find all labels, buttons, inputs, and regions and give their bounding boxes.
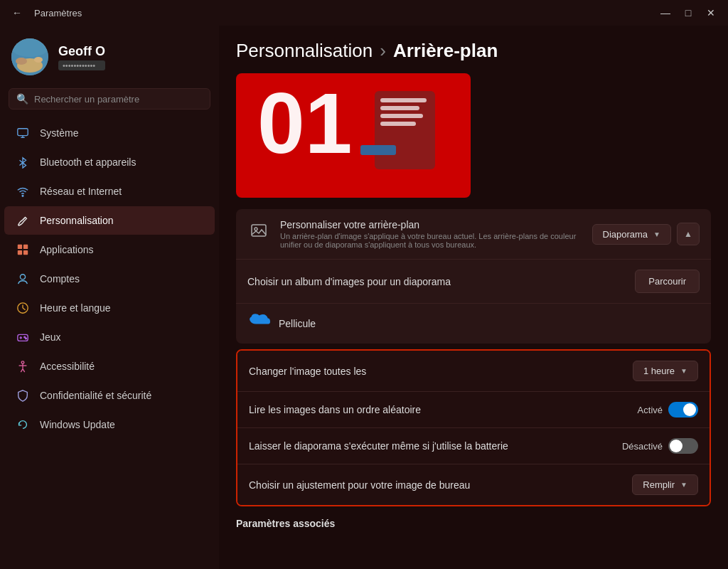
svg-rect-10 (18, 245, 22, 249)
breadcrumb-sep: › (380, 40, 386, 62)
wp-line-2 (380, 106, 419, 110)
sidebar-label-windows-update: Windows Update (40, 419, 115, 430)
personnaliser-desc: Un arrière-plan d'image s'applique à vot… (280, 232, 586, 249)
svg-point-8 (22, 195, 23, 196)
chevron-down-icon-2: ▼ (680, 367, 687, 375)
row-lire-right: Activé (638, 402, 698, 418)
svg-point-3 (34, 57, 43, 63)
user-account: •••••••••••• (58, 60, 105, 70)
laisser-label: Laisser le diaporama s'exécuter même si … (249, 440, 508, 452)
chevron-up-icon: ▲ (684, 229, 692, 239)
back-button[interactable]: ← (9, 4, 26, 21)
nav-list: Système Bluetooth et appareils Réseau et… (0, 118, 219, 440)
maximize-button[interactable]: □ (680, 4, 697, 21)
row-laisser: Laisser le diaporama s'exécuter même si … (237, 428, 710, 464)
user-name: Geoff O (58, 44, 105, 59)
wp-line-1 (380, 98, 427, 102)
sidebar-item-systeme[interactable]: Système (4, 119, 215, 147)
sidebar-item-personnalisation[interactable]: Personnalisation (4, 206, 215, 235)
avatar (11, 38, 48, 75)
search-box[interactable]: 🔍 (9, 88, 210, 110)
onedrive-icon (247, 312, 270, 335)
sidebar-item-bluetooth[interactable]: Bluetooth et appareils (4, 148, 215, 176)
gamepad-icon (16, 330, 30, 344)
page-header: Personnalisation › Arrière-plan (236, 40, 711, 62)
sidebar-item-heure[interactable]: Heure et langue (4, 294, 215, 322)
sidebar-item-comptes[interactable]: Comptes (4, 265, 215, 293)
wallpaper-card (375, 91, 435, 169)
wifi-icon (16, 184, 30, 198)
laisser-toggle[interactable] (668, 438, 698, 454)
content-area: Personnalisation › Arrière-plan 01 (219, 26, 728, 569)
svg-line-26 (21, 369, 23, 373)
wp-line-4 (380, 122, 416, 126)
svg-point-29 (255, 228, 257, 230)
sidebar-item-reseau[interactable]: Réseau et Internet (4, 177, 215, 206)
svg-point-2 (16, 58, 27, 65)
row-choisir-right: Remplir ▼ (632, 474, 698, 495)
svg-rect-28 (252, 225, 266, 236)
svg-point-22 (26, 338, 27, 339)
sidebar-label-systeme: Système (40, 127, 78, 139)
title-bar: ← Paramètres — □ ✕ (0, 0, 728, 26)
sidebar-item-applications[interactable]: Applications (4, 235, 215, 264)
clock-icon (16, 301, 30, 315)
lire-toggle[interactable] (668, 402, 698, 418)
wp-line-3 (380, 114, 423, 118)
svg-rect-12 (18, 250, 22, 255)
row-laisser-right: Désactivé (622, 438, 698, 454)
sidebar-item-confidentialite[interactable]: Confidentialité et sécurité (4, 381, 215, 410)
parcourir-button[interactable]: Parcourir (635, 270, 700, 293)
accessibility-icon (16, 359, 30, 373)
sidebar: Geoff O •••••••••••• 🔍 Système (0, 26, 219, 569)
sidebar-label-personnalisation: Personnalisation (40, 215, 114, 226)
svg-line-27 (23, 369, 25, 373)
row-personnaliser-text: Personnaliser votre arrière-plan Un arri… (280, 219, 586, 249)
group-personnaliser: Personnaliser votre arrière-plan Un arri… (236, 209, 711, 344)
search-input[interactable] (34, 94, 203, 105)
svg-rect-11 (23, 245, 28, 249)
apps-icon (16, 243, 30, 257)
sidebar-item-jeux[interactable]: Jeux (4, 323, 215, 351)
row-personnaliser: Personnaliser votre arrière-plan Un arri… (236, 209, 711, 260)
user-section[interactable]: Geoff O •••••••••••• (0, 26, 219, 85)
album-label: Choisir un album d'images pour un diapor… (247, 276, 451, 287)
row-personnaliser-left: Personnaliser votre arrière-plan Un arri… (247, 219, 586, 249)
laisser-status: Désactivé (622, 441, 663, 452)
svg-rect-4 (11, 38, 48, 57)
wallpaper-preview: 01 (236, 73, 471, 198)
sidebar-label-comptes: Comptes (40, 273, 80, 284)
title-bar-left: ← Paramètres (9, 4, 82, 21)
svg-point-23 (21, 361, 24, 364)
row-onedrive: Pellicule (236, 304, 711, 344)
chevron-down-icon: ▼ (653, 230, 660, 238)
svg-point-21 (24, 336, 26, 338)
breadcrumb-parent: Personnalisation (236, 40, 373, 62)
brush-icon (16, 213, 30, 228)
toggle-thumb-2 (670, 440, 682, 452)
monitor-icon (16, 126, 30, 140)
parametres-associes-title: Paramètres associés (236, 518, 711, 529)
choisir-dropdown[interactable]: Remplir ▼ (632, 474, 698, 495)
breadcrumb-current: Arrière-plan (393, 40, 498, 62)
row-choisir: Choisir un ajustement pour votre image d… (237, 464, 710, 505)
sidebar-item-accessibilite[interactable]: Accessibilité (4, 352, 215, 381)
row-changer: Changer l'image toutes les 1 heure ▼ (237, 351, 710, 392)
search-icon: 🔍 (16, 93, 28, 105)
group-options: Changer l'image toutes les 1 heure ▼ Lir… (236, 349, 711, 506)
svg-line-9 (23, 218, 26, 220)
changer-dropdown[interactable]: 1 heure ▼ (633, 361, 698, 381)
sidebar-label-jeux: Jeux (40, 331, 61, 343)
sidebar-item-windows-update[interactable]: Windows Update (4, 410, 215, 439)
close-button[interactable]: ✕ (702, 4, 719, 21)
refresh-icon (16, 418, 30, 432)
minimize-button[interactable]: — (657, 4, 674, 21)
personnaliser-dropdown[interactable]: Diaporama ▼ (592, 224, 672, 245)
sidebar-label-accessibilite: Accessibilité (40, 361, 95, 372)
main-layout: Geoff O •••••••••••• 🔍 Système (0, 26, 728, 569)
svg-point-14 (20, 275, 25, 280)
expand-button[interactable]: ▲ (677, 223, 700, 245)
svg-rect-5 (18, 129, 28, 136)
personnaliser-title: Personnaliser votre arrière-plan (280, 219, 586, 230)
svg-line-17 (23, 308, 26, 310)
